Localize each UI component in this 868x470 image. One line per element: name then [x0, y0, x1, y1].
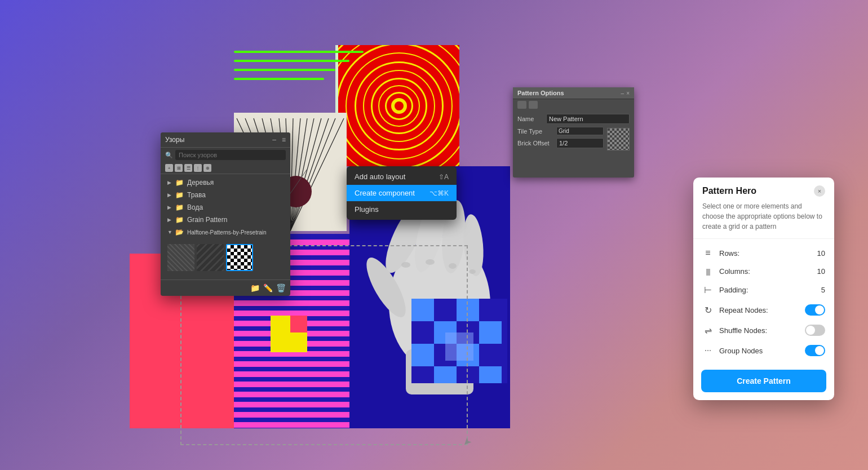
panel-menu-btn[interactable]: ≡: [282, 136, 286, 144]
art-yellow-shape: [271, 316, 307, 352]
ai-tile-label: Tile Type: [517, 128, 554, 135]
hero-close-button[interactable]: ×: [814, 185, 825, 197]
thumb-3[interactable]: [226, 244, 253, 271]
repeat-label: Repeat Nodes:: [719, 306, 768, 314]
ai-brick-input[interactable]: [556, 138, 604, 148]
svg-rect-67: [434, 366, 457, 383]
ai-name-label: Name: [517, 116, 544, 122]
hero-repeat-row: ↻ Repeat Nodes:: [693, 300, 834, 320]
ai-tool-1[interactable]: [517, 101, 526, 109]
group-label: Group Nodes: [719, 347, 763, 355]
svg-line-28: [290, 118, 344, 231]
hero-rows-row: ≡ Rows: 10: [693, 243, 834, 263]
tree-arrow: ▼: [167, 229, 172, 235]
green-lines-decoration: [234, 51, 364, 80]
columns-icon: |||: [702, 267, 714, 276]
ai-tool-2[interactable]: [529, 101, 538, 109]
context-menu: Add auto layout ⇧A Create component ⌥⌘K …: [347, 166, 457, 220]
ai-tile-rows: Tile Type Grid Brick by Row Hex by Colum…: [517, 127, 604, 151]
thumb-1[interactable]: [167, 244, 194, 271]
edit-btn[interactable]: ✏️: [263, 283, 273, 292]
svg-line-25: [290, 118, 321, 231]
panel-ai-pattern-options: Pattern Options – × Name Tile Type Grid …: [513, 87, 634, 178]
ai-name-input[interactable]: [546, 114, 630, 124]
ai-name-row: Name: [517, 114, 630, 124]
svg-point-58: [426, 259, 435, 265]
svg-point-60: [469, 269, 476, 274]
pattern-thumbnails: [161, 241, 290, 274]
tree-item-halftone[interactable]: ▼ 📂 Halftone-Patterns-by-Presetrain: [161, 226, 290, 238]
green-line-2: [234, 60, 349, 62]
hero-description: Select one or more elements and choose t…: [693, 201, 834, 239]
svg-point-59: [449, 263, 457, 269]
panel-search: 🔍: [161, 148, 290, 162]
search-input[interactable]: [175, 150, 286, 160]
hero-header: Pattern Hero ×: [693, 178, 834, 201]
tree-item-label: Деревья: [187, 179, 214, 187]
ai-icon-row: [513, 99, 634, 110]
green-line-3: [234, 69, 335, 71]
menu-label: Plugins: [355, 205, 379, 214]
rows-icon: ≡: [702, 248, 714, 258]
folder-btn[interactable]: 📁: [250, 283, 260, 292]
hero-padding-left: ⊢ Padding:: [702, 285, 748, 295]
hero-group-row: ⋯ Group Nodes: [693, 340, 834, 361]
panel-footer: 📁 ✏️ 🗑️: [161, 280, 290, 296]
hero-columns-left: ||| Columns:: [702, 267, 750, 276]
svg-line-24: [290, 118, 314, 231]
green-line-1: [234, 51, 364, 53]
menu-item-create-component[interactable]: Create component ⌥⌘K: [347, 185, 457, 201]
group-icon: ⋯: [702, 347, 714, 354]
ai-tile-type-row: Tile Type Grid Brick by Row Hex by Colum…: [517, 127, 604, 135]
tree-item-trava[interactable]: ▶ 📁 Трава: [161, 189, 290, 201]
menu-shortcut: ⇧A: [439, 173, 449, 181]
list-tool-icon[interactable]: ☰: [184, 164, 192, 172]
panel-tree: ▶ 📁 Деревья ▶ 📁 Трава ▶ 📁 Вода ▶ 📁 Grain…: [161, 174, 290, 241]
search-icon: 🔍: [165, 152, 173, 159]
menu-item-plugins[interactable]: Plugins: [347, 201, 457, 218]
svg-rect-65: [479, 321, 502, 344]
repeat-icon: ↻: [702, 305, 714, 316]
ai-close-btn[interactable]: ×: [626, 90, 630, 96]
folder-icon: 📁: [175, 203, 184, 211]
delete-btn[interactable]: 🗑️: [276, 283, 286, 292]
hero-repeat-left: ↻ Repeat Nodes:: [702, 305, 768, 316]
tree-item-derevya[interactable]: ▶ 📁 Деревья: [161, 176, 290, 189]
hero-shuffle-left: ⇌ Shuffle Nodes:: [702, 325, 767, 336]
panel-hero: Pattern Hero × Select one or more elemen…: [693, 178, 834, 400]
create-pattern-button[interactable]: Create Pattern: [701, 370, 826, 392]
more-tool-icon[interactable]: ⊕: [203, 164, 211, 172]
panel-collapse-btn[interactable]: –: [272, 136, 276, 144]
align-tool-icon[interactable]: ⋮: [194, 164, 202, 172]
tree-arrow: ▶: [167, 217, 172, 223]
tree-item-voda[interactable]: ▶ 📁 Вода: [161, 201, 290, 214]
svg-rect-48: [234, 412, 349, 418]
shuffle-nodes-toggle[interactable]: [805, 325, 825, 336]
tree-arrow: ▶: [167, 192, 172, 198]
panel-title: Узоры: [165, 136, 184, 144]
grid-tool-icon[interactable]: ⊞: [175, 164, 183, 172]
shuffle-label: Shuffle Nodes:: [719, 326, 767, 335]
ai-tile-select[interactable]: Grid Brick by Row Hex by Column: [556, 127, 604, 135]
tree-arrow: ▶: [167, 205, 172, 210]
tree-arrow: ▶: [167, 180, 172, 185]
svg-rect-44: [234, 371, 349, 377]
group-nodes-toggle[interactable]: [805, 345, 825, 356]
ai-pattern-thumbnail: [607, 128, 630, 150]
svg-rect-45: [234, 382, 349, 387]
add-tool-icon[interactable]: +: [165, 164, 173, 172]
tree-item-label: Halftone-Patterns-by-Presetrain: [187, 229, 267, 236]
svg-rect-49: [234, 422, 349, 428]
ai-minimize-btn[interactable]: –: [621, 90, 625, 96]
menu-item-auto-layout[interactable]: Add auto layout ⇧A: [347, 169, 457, 185]
svg-rect-47: [234, 402, 349, 407]
hero-rows-left: ≡ Rows:: [702, 248, 739, 258]
tree-item-label: Трава: [187, 191, 206, 199]
ai-tile-row-wrapper: Tile Type Grid Brick by Row Hex by Colum…: [517, 127, 630, 151]
tree-item-grain[interactable]: ▶ 📁 Grain Pattern: [161, 214, 290, 226]
rows-label: Rows:: [719, 249, 739, 258]
thumb-2[interactable]: [197, 244, 224, 271]
columns-value: 10: [817, 267, 825, 276]
rows-value: 10: [817, 249, 825, 258]
repeat-nodes-toggle[interactable]: [805, 304, 825, 316]
